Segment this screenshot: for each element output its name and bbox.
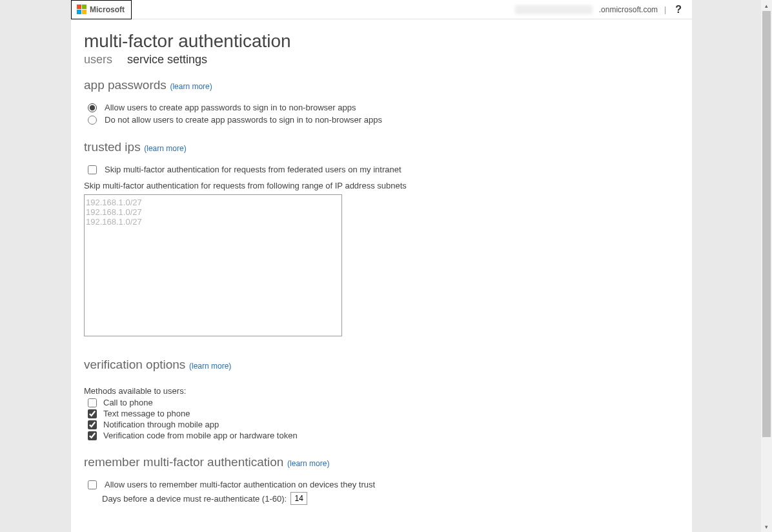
checkbox-notification-app[interactable] [88, 420, 97, 429]
tab-users[interactable]: users [84, 53, 112, 66]
scroll-down-icon[interactable]: ▾ [761, 521, 772, 532]
account-name-redacted [515, 5, 593, 14]
verification-heading: verification options [84, 358, 185, 371]
header-divider: | [664, 5, 666, 14]
label-notification-app: Notification through mobile app [103, 420, 219, 429]
account-area: .onmicrosoft.com | ? [515, 4, 684, 15]
scrollbar[interactable]: ▴ ▾ [761, 0, 772, 532]
page-container: Microsoft .onmicrosoft.com | ? multi-fac… [71, 0, 692, 532]
checkbox-remember-mfa[interactable] [88, 480, 97, 489]
scroll-up-icon[interactable]: ▴ [761, 0, 772, 11]
tabs: users service settings [84, 53, 679, 66]
textarea-ip-subnets[interactable] [84, 194, 342, 336]
checkbox-verification-code[interactable] [88, 431, 97, 440]
remember-heading: remember multi-factor authentication [84, 455, 283, 469]
label-call-to-phone: Call to phone [103, 398, 153, 407]
label-remember-mfa: Allow users to remember multi-factor aut… [105, 480, 375, 489]
microsoft-logo[interactable]: Microsoft [71, 0, 132, 19]
tab-service-settings[interactable]: service settings [127, 53, 207, 66]
checkbox-skip-federated[interactable] [88, 165, 97, 174]
label-verification-code: Verification code from mobile app or har… [103, 431, 298, 440]
label-skip-ip-range: Skip multi-factor authentication for req… [84, 181, 679, 190]
trusted-ips-heading: trusted ips [84, 140, 141, 154]
remember-learn-more[interactable]: (learn more) [287, 459, 329, 468]
verification-learn-more[interactable]: (learn more) [189, 362, 231, 371]
label-allow-app-passwords: Allow users to create app passwords to s… [105, 103, 356, 112]
radio-allow-app-passwords[interactable] [88, 103, 97, 112]
input-days[interactable] [290, 492, 307, 505]
section-verification-options: verification options (learn more) Method… [84, 358, 679, 441]
app-passwords-heading: app passwords [84, 78, 167, 92]
top-bar: Microsoft .onmicrosoft.com | ? [71, 0, 692, 19]
microsoft-logo-text: Microsoft [90, 5, 125, 14]
content-area: multi-factor authentication users servic… [71, 19, 692, 532]
label-skip-federated: Skip multi-factor authentication for req… [105, 165, 401, 174]
methods-label: Methods available to users: [84, 386, 679, 396]
checkbox-call-to-phone[interactable] [88, 398, 97, 407]
help-icon[interactable]: ? [673, 4, 684, 15]
section-app-passwords: app passwords (learn more) Allow users t… [84, 78, 679, 126]
account-domain: .onmicrosoft.com [599, 5, 658, 14]
checkbox-text-to-phone[interactable] [88, 409, 97, 418]
radio-deny-app-passwords[interactable] [88, 116, 97, 125]
scroll-thumb[interactable] [762, 11, 771, 437]
microsoft-logo-icon [77, 5, 87, 15]
section-remember-mfa: remember multi-factor authentication (le… [84, 455, 679, 506]
label-text-to-phone: Text message to phone [103, 409, 190, 418]
label-deny-app-passwords: Do not allow users to create app passwor… [105, 115, 382, 125]
page-title: multi-factor authentication [84, 31, 679, 52]
label-days-before-reauth: Days before a device must re-authenticat… [102, 494, 287, 504]
trusted-ips-learn-more[interactable]: (learn more) [144, 144, 186, 153]
section-trusted-ips: trusted ips (learn more) Skip multi-fact… [84, 140, 679, 338]
app-passwords-learn-more[interactable]: (learn more) [170, 82, 212, 91]
